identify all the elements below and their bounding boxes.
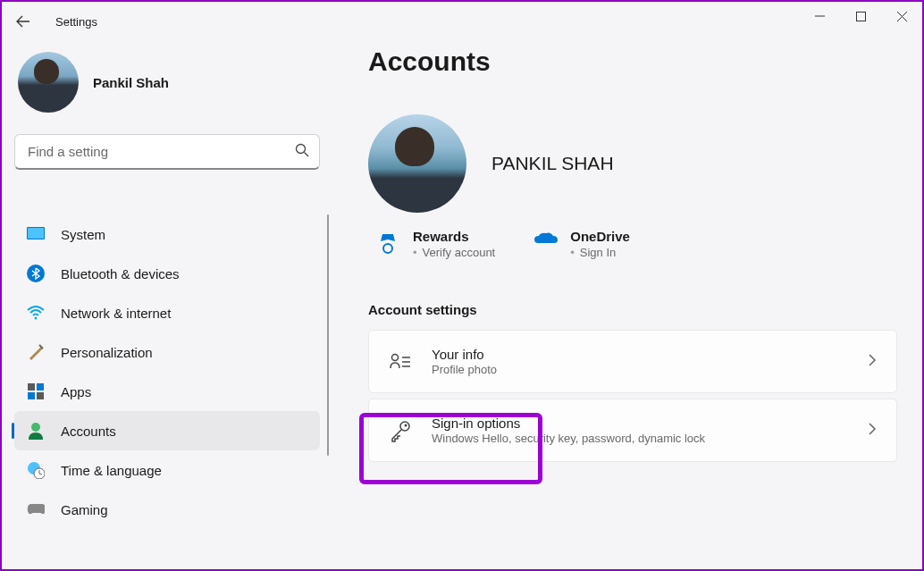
svg-rect-9 [37, 392, 44, 399]
key-icon [389, 419, 412, 442]
minimize-button[interactable] [799, 2, 840, 30]
sidebar-item-gaming[interactable]: Gaming [14, 490, 320, 529]
arrow-left-icon [16, 14, 30, 29]
setting-sub: Windows Hello, security key, password, d… [432, 432, 848, 445]
svg-point-19 [405, 424, 407, 426]
gamepad-icon [27, 500, 45, 518]
content-area: Accounts PANKIL SHAH Rewards Verify acco… [332, 41, 922, 569]
bluetooth-icon [27, 265, 45, 282]
globe-clock-icon [27, 461, 45, 479]
setting-signin-options[interactable]: Sign-in options Windows Hello, security … [368, 399, 897, 462]
sidebar-item-label: Network & internet [61, 306, 171, 321]
svg-rect-3 [28, 228, 44, 239]
page-title: Accounts [368, 46, 897, 77]
close-icon [897, 12, 907, 21]
sidebar: Pankil Shah System Bluetooth & devices N [2, 41, 332, 569]
sidebar-item-apps[interactable]: Apps [14, 372, 320, 411]
your-info-icon [389, 350, 412, 374]
sidebar-item-system[interactable]: System [14, 214, 320, 254]
sidebar-item-label: Accounts [61, 424, 116, 439]
app-title: Settings [55, 15, 97, 29]
onedrive-icon [533, 231, 558, 256]
maximize-button[interactable] [840, 2, 881, 30]
sidebar-item-label: Personalization [61, 345, 153, 360]
user-avatar [18, 52, 79, 113]
search-input[interactable] [14, 134, 320, 170]
rewards-sub: Verify account [413, 246, 495, 259]
setting-title: Your info [432, 347, 848, 362]
svg-point-14 [392, 354, 399, 360]
maximize-icon [856, 12, 866, 21]
apps-icon [27, 382, 45, 400]
svg-point-5 [35, 317, 38, 320]
sidebar-item-bluetooth[interactable]: Bluetooth & devices [14, 254, 320, 293]
svg-point-1 [297, 145, 306, 154]
svg-rect-8 [28, 392, 35, 399]
rewards-title: Rewards [413, 229, 495, 244]
sidebar-item-accounts[interactable]: Accounts [14, 411, 320, 450]
svg-rect-7 [37, 383, 44, 390]
person-icon [27, 422, 45, 440]
active-indicator [12, 423, 14, 439]
sidebar-item-personalization[interactable]: Personalization [14, 332, 320, 372]
chevron-right-icon [868, 354, 877, 370]
account-hero: PANKIL SHAH [368, 114, 897, 213]
section-label: Account settings [368, 302, 897, 317]
sidebar-item-time[interactable]: Time & language [14, 450, 320, 490]
user-profile[interactable]: Pankil Shah [14, 41, 320, 134]
setting-title: Sign-in options [432, 416, 848, 431]
svg-rect-0 [856, 12, 865, 21]
sidebar-item-label: Apps [61, 384, 91, 399]
scrollbar[interactable] [327, 214, 329, 456]
paintbrush-icon [27, 343, 45, 361]
search-icon [295, 143, 309, 161]
wifi-icon [27, 304, 45, 322]
svg-point-13 [383, 244, 392, 253]
sidebar-item-label: Time & language [61, 463, 162, 478]
minimize-icon [815, 12, 825, 21]
onedrive-title: OneDrive [570, 229, 630, 244]
setting-sub: Profile photo [432, 363, 848, 376]
setting-your-info[interactable]: Your info Profile photo [368, 330, 897, 393]
onedrive-sub: Sign In [570, 246, 630, 259]
system-icon [27, 225, 45, 243]
svg-point-10 [31, 423, 40, 432]
chevron-right-icon [868, 423, 877, 439]
user-name: Pankil Shah [93, 75, 169, 90]
close-button[interactable] [881, 2, 922, 30]
hero-name: PANKIL SHAH [491, 153, 614, 174]
sidebar-item-label: Gaming [61, 502, 108, 517]
hero-avatar [368, 114, 466, 213]
sidebar-item-label: Bluetooth & devices [61, 266, 180, 281]
back-button[interactable] [9, 7, 38, 36]
onedrive-card[interactable]: OneDrive Sign In [533, 229, 630, 259]
sidebar-item-label: System [61, 227, 105, 242]
rewards-icon [375, 231, 400, 256]
svg-rect-6 [28, 383, 35, 390]
sidebar-item-network[interactable]: Network & internet [14, 293, 320, 332]
rewards-card[interactable]: Rewards Verify account [375, 229, 495, 259]
